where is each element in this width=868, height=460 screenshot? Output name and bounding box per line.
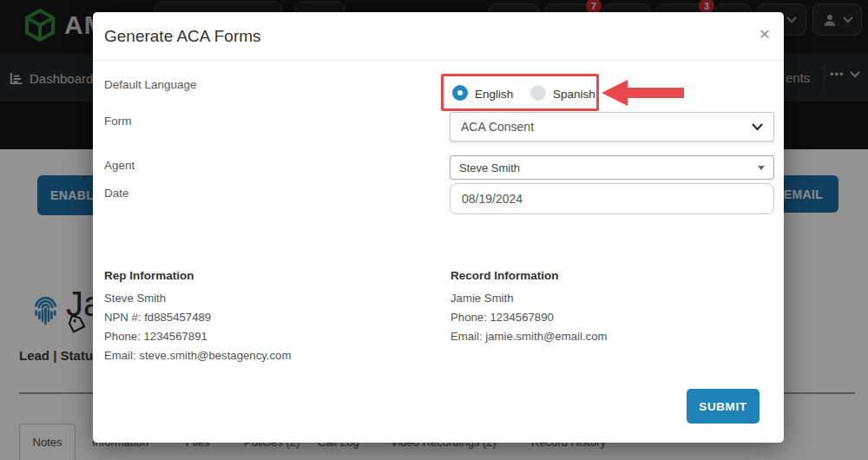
rep-phone: Phone: 1234567891 (104, 330, 207, 343)
annotation-arrow-icon (602, 80, 628, 106)
annotation-highlight-box (441, 74, 599, 111)
record-email: Email: jamie.smith@email.com (450, 330, 607, 343)
default-language-label: Default Language (104, 78, 197, 91)
form-select-value: ACA Consent (461, 120, 534, 134)
modal-title: Generate ACA Forms (104, 27, 261, 46)
modal-header: Generate ACA Forms × (93, 12, 784, 61)
rep-name: Steve Smith (104, 292, 166, 305)
record-phone: Phone: 1234567890 (450, 311, 554, 324)
record-name: Jamie Smith (450, 292, 514, 305)
agent-select[interactable]: Steve Smith (450, 155, 774, 180)
form-label: Form (104, 115, 132, 128)
caret-down-icon (758, 166, 765, 170)
agent-select-value: Steve Smith (459, 161, 520, 174)
rep-information-heading: Rep Information (104, 269, 194, 282)
rep-email: Email: steve.smith@bestagency.com (104, 349, 291, 362)
date-input[interactable] (450, 183, 774, 214)
submit-button[interactable]: SUBMIT (687, 389, 760, 424)
date-label: Date (104, 187, 129, 200)
form-select[interactable]: ACA Consent (450, 112, 774, 141)
rep-npn: NPN #: fd885457489 (104, 311, 211, 324)
chevron-down-icon (752, 123, 763, 131)
close-icon[interactable]: × (760, 24, 770, 43)
app-root: AMS 7 3 Das (0, 0, 868, 460)
annotation-arrow-shaft (627, 88, 684, 98)
generate-aca-forms-modal: Generate ACA Forms × Default Language En… (93, 12, 784, 443)
record-information-heading: Record Information (450, 269, 559, 282)
agent-label: Agent (104, 159, 135, 172)
